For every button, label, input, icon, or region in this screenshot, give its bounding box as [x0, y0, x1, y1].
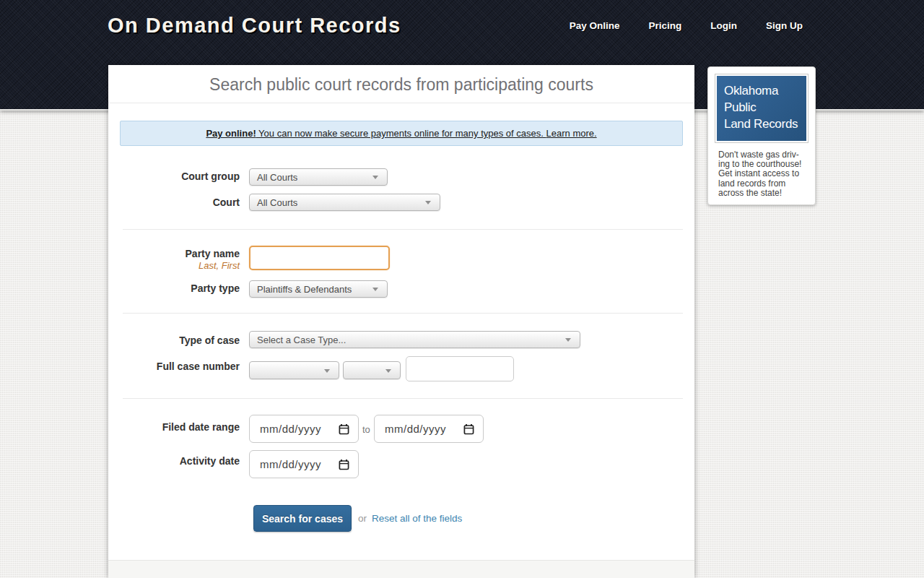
party-type-value: Plaintiffs & Defendants: [257, 281, 352, 298]
chevron-down-icon: [324, 369, 330, 373]
section-divider: [123, 229, 683, 230]
court-label: Court: [108, 197, 240, 208]
chevron-down-icon: [372, 288, 378, 291]
case-type-label: Type of case: [108, 335, 240, 346]
main-nav: Pay Online Pricing Login Sign Up: [570, 20, 803, 31]
filed-date-from-input[interactable]: mm/dd/yyyy: [249, 415, 359, 443]
case-type-select[interactable]: Select a Case Type...: [249, 331, 580, 348]
court-value: All Courts: [257, 194, 297, 211]
date-placeholder: mm/dd/yyyy: [260, 423, 321, 435]
chevron-down-icon: [372, 176, 378, 179]
ad-text-line: across the state!: [718, 189, 809, 198]
filed-date-to-input[interactable]: mm/dd/yyyy: [374, 415, 484, 443]
case-type-value: Select a Case Type...: [257, 332, 346, 348]
party-name-input[interactable]: [249, 246, 390, 270]
ad-description: Don't waste gas driv- ing to the courtho…: [708, 148, 815, 198]
search-panel: Search public court records from partici…: [108, 65, 694, 578]
date-placeholder: mm/dd/yyyy: [385, 423, 446, 435]
calendar-icon[interactable]: [339, 423, 349, 435]
calendar-icon[interactable]: [463, 423, 474, 435]
chevron-down-icon: [425, 201, 431, 204]
chevron-down-icon: [385, 369, 391, 373]
banner-learn-more-link[interactable]: Learn more.: [546, 128, 597, 139]
section-divider: [123, 313, 683, 314]
banner-text: You can now make secure payments online …: [256, 128, 546, 139]
case-number-year-select[interactable]: [343, 361, 401, 379]
court-group-value: All Courts: [257, 169, 297, 186]
ad-text-line: Get instant access to: [718, 169, 809, 178]
search-for-cases-button[interactable]: Search for cases: [253, 505, 352, 532]
party-name-hint: Last, First: [108, 260, 240, 271]
case-number-input[interactable]: [406, 356, 514, 381]
court-select[interactable]: All Courts: [249, 194, 440, 211]
case-number-label: Full case number: [108, 361, 240, 372]
nav-pay-online[interactable]: Pay Online: [570, 20, 620, 31]
calendar-icon[interactable]: [339, 459, 349, 470]
banner-bold-text: Pay online!: [206, 128, 256, 139]
land-records-ad-logo: Oklahoma Public Land Records: [717, 76, 806, 141]
activity-date-label: Activity date: [108, 455, 240, 467]
pay-online-banner[interactable]: Pay online! You can now make secure paym…: [120, 121, 683, 146]
page-title: Search public court records from partici…: [108, 65, 694, 103]
land-records-ad: Oklahoma Public Land Records Don't waste…: [707, 66, 816, 205]
date-range-joiner: to: [362, 424, 370, 435]
ad-title-line: Public: [724, 99, 801, 116]
nav-sign-up[interactable]: Sign Up: [766, 20, 803, 31]
site-logo[interactable]: On Demand Court Records: [108, 14, 401, 38]
date-placeholder: mm/dd/yyyy: [260, 458, 321, 470]
card-footer: [108, 561, 694, 578]
chevron-down-icon: [565, 338, 571, 342]
activity-date-input[interactable]: mm/dd/yyyy: [249, 450, 359, 478]
ad-title-line: Land Records: [724, 116, 801, 132]
court-group-select[interactable]: All Courts: [249, 168, 388, 186]
case-number-prefix-select[interactable]: [249, 361, 339, 379]
nav-login[interactable]: Login: [710, 20, 737, 31]
ad-text-line: land records from: [718, 179, 809, 189]
reset-fields-link[interactable]: Reset all of the fields: [372, 513, 462, 524]
banner-text-wrap: Pay online! You can now make secure paym…: [206, 128, 596, 139]
ad-title-line: Oklahoma: [724, 82, 801, 99]
party-type-select[interactable]: Plaintiffs & Defendants: [249, 280, 388, 298]
land-records-ad-banner[interactable]: Oklahoma Public Land Records: [715, 74, 808, 143]
court-group-label: Court group: [108, 171, 240, 182]
or-text: or: [358, 513, 367, 524]
page: On Demand Court Records Pay Online Prici…: [0, 0, 924, 578]
nav-pricing[interactable]: Pricing: [648, 20, 681, 31]
party-name-label: Party name: [108, 248, 240, 259]
party-type-label: Party type: [108, 282, 240, 294]
section-divider: [123, 398, 683, 399]
filed-date-range-label: Filed date range: [108, 421, 240, 433]
